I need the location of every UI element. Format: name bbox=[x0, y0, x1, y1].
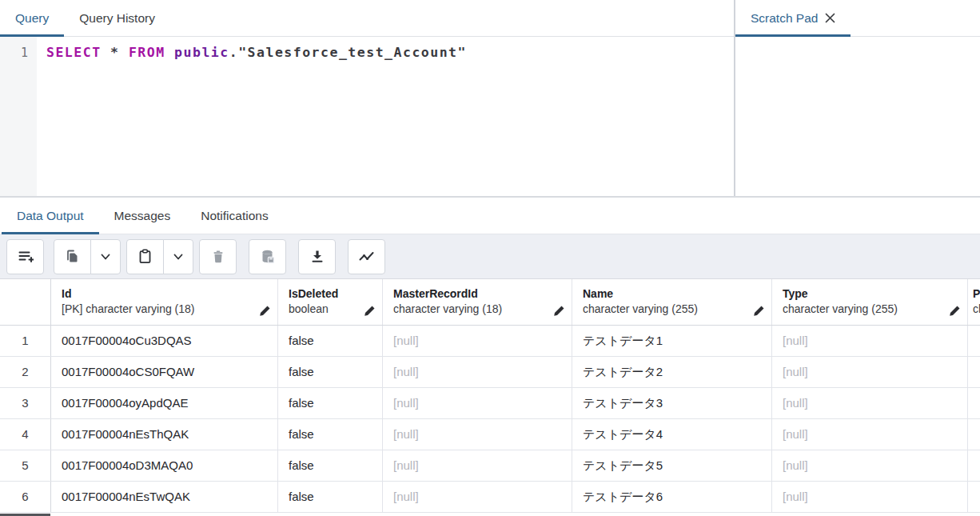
grid-corner-cell[interactable] bbox=[0, 279, 51, 325]
cell-type[interactable]: [null] bbox=[772, 482, 968, 512]
column-header-parentid[interactable]: ParentId character varying (18) bbox=[968, 279, 980, 325]
tab-data-output[interactable]: Data Output bbox=[2, 198, 99, 234]
chevron-down-icon bbox=[100, 251, 111, 262]
close-icon[interactable] bbox=[825, 13, 835, 23]
tab-messages-label: Messages bbox=[114, 209, 171, 223]
table-row: 3 0017F00004oyApdQAE false [null] テストデータ… bbox=[0, 388, 980, 419]
graph-visualiser-button[interactable] bbox=[348, 239, 385, 274]
scratch-pad-tabbar: Scratch Pad bbox=[735, 0, 980, 37]
tab-scratch-pad[interactable]: Scratch Pad bbox=[735, 0, 851, 36]
edit-pencil-icon[interactable] bbox=[553, 295, 565, 317]
cell-name[interactable]: テストデータ1 bbox=[572, 326, 772, 356]
edit-pencil-icon[interactable] bbox=[949, 295, 961, 317]
scratch-pad-textarea[interactable] bbox=[735, 37, 980, 196]
cell-name[interactable]: テストデータ4 bbox=[572, 419, 772, 450]
cell-parentid[interactable] bbox=[968, 326, 980, 356]
column-header-id[interactable]: Id [PK] character varying (18) bbox=[51, 279, 278, 325]
cell-masterrecordid[interactable]: [null] bbox=[383, 326, 572, 356]
chevron-down-icon bbox=[173, 251, 184, 262]
cell-id[interactable]: 0017F00004oD3MAQA0 bbox=[51, 450, 278, 481]
download-results-button[interactable] bbox=[298, 239, 336, 274]
column-header-isdeleted[interactable]: IsDeleted boolean bbox=[278, 279, 383, 325]
row-number-cell[interactable]: 3 bbox=[0, 388, 51, 418]
tab-messages[interactable]: Messages bbox=[99, 198, 186, 234]
cell-masterrecordid[interactable]: [null] bbox=[383, 388, 572, 418]
row-number-cell[interactable]: 5 bbox=[0, 450, 51, 481]
cell-parentid[interactable] bbox=[968, 419, 980, 450]
copy-icon bbox=[65, 249, 80, 264]
paste-options-button[interactable] bbox=[163, 239, 193, 274]
copy-button-group bbox=[54, 239, 121, 274]
cell-id[interactable]: 0017F00004oyApdQAE bbox=[51, 388, 278, 418]
column-header-name[interactable]: Name character varying (255) bbox=[572, 279, 772, 325]
cell-isdeleted[interactable]: false bbox=[278, 357, 383, 387]
cell-name[interactable]: テストデータ3 bbox=[572, 388, 772, 418]
edit-pencil-icon[interactable] bbox=[753, 295, 765, 317]
row-number-cell[interactable]: 6 bbox=[0, 482, 51, 512]
edit-pencil-icon[interactable] bbox=[259, 295, 271, 317]
copy-button[interactable] bbox=[54, 239, 91, 274]
copy-options-button[interactable] bbox=[90, 239, 121, 274]
cell-isdeleted[interactable]: false bbox=[278, 326, 383, 356]
cell-isdeleted[interactable]: false bbox=[278, 450, 383, 481]
query-panel: Query Query History 1 SELECT * FROM publ… bbox=[0, 0, 734, 196]
cell-isdeleted[interactable]: false bbox=[278, 388, 383, 418]
line-number: 1 bbox=[0, 46, 37, 60]
sql-schema: public bbox=[174, 45, 229, 60]
cell-parentid[interactable] bbox=[968, 482, 980, 512]
save-data-changes-button[interactable] bbox=[249, 239, 286, 274]
column-name: Id bbox=[62, 286, 195, 302]
cell-type[interactable]: [null] bbox=[772, 326, 968, 356]
cell-masterrecordid[interactable]: [null] bbox=[383, 357, 572, 387]
column-header-type[interactable]: Type character varying (255) bbox=[772, 279, 968, 325]
cell-isdeleted[interactable]: false bbox=[278, 482, 383, 512]
cell-type[interactable]: [null] bbox=[772, 419, 968, 450]
cell-id[interactable]: 0017F00004oCS0FQAW bbox=[51, 357, 278, 387]
cell-name[interactable]: テストデータ6 bbox=[572, 482, 772, 512]
cell-masterrecordid[interactable]: [null] bbox=[383, 419, 572, 450]
cell-parentid[interactable] bbox=[968, 388, 980, 418]
line-chart-icon bbox=[358, 248, 375, 265]
column-type: character varying (18) bbox=[393, 302, 502, 317]
row-number-cell[interactable]: 2 bbox=[0, 357, 51, 387]
column-type: character varying (255) bbox=[783, 302, 898, 317]
paste-button[interactable] bbox=[126, 239, 164, 274]
database-save-icon bbox=[260, 249, 276, 265]
cell-id[interactable]: 0017F00004nEsThQAK bbox=[51, 419, 278, 450]
tab-notifications-label: Notifications bbox=[201, 209, 268, 223]
query-tabbar: Query Query History bbox=[0, 0, 734, 37]
row-number-cell[interactable]: 1 bbox=[0, 326, 51, 356]
cell-parentid[interactable] bbox=[968, 450, 980, 481]
tab-query-label: Query bbox=[15, 11, 49, 26]
table-row: 1 0017F00004oCu3DQAS false [null] テストデータ… bbox=[0, 326, 980, 357]
cell-type[interactable]: [null] bbox=[772, 388, 968, 418]
tab-notifications[interactable]: Notifications bbox=[185, 198, 283, 234]
cell-masterrecordid[interactable]: [null] bbox=[383, 482, 572, 512]
download-icon bbox=[310, 250, 325, 264]
cell-type[interactable]: [null] bbox=[772, 357, 968, 387]
column-header-masterrecordid[interactable]: MasterRecordId character varying (18) bbox=[383, 279, 572, 325]
tab-scratch-pad-label: Scratch Pad bbox=[751, 11, 818, 26]
tab-query-history[interactable]: Query History bbox=[64, 0, 170, 36]
cell-isdeleted[interactable]: false bbox=[278, 419, 383, 450]
add-row-icon bbox=[18, 249, 34, 265]
tab-query[interactable]: Query bbox=[0, 0, 64, 36]
cell-type[interactable]: [null] bbox=[772, 450, 968, 481]
column-type: character varying (18) bbox=[973, 302, 980, 317]
cell-masterrecordid[interactable]: [null] bbox=[383, 450, 572, 481]
row-number-cell[interactable]: 4 bbox=[0, 419, 51, 450]
edit-pencil-icon[interactable] bbox=[364, 295, 376, 317]
sql-code-line[interactable]: SELECT * FROM public."Salesforce_test_Ac… bbox=[37, 37, 467, 196]
cell-id[interactable]: 0017F00004nEsTwQAK bbox=[51, 482, 278, 512]
grid-body: 1 0017F00004oCu3DQAS false [null] テストデータ… bbox=[0, 326, 980, 513]
cell-id[interactable]: 0017F00004oCu3DQAS bbox=[51, 326, 278, 356]
query-tool-top: Query Query History 1 SELECT * FROM publ… bbox=[0, 0, 980, 198]
grid-header-row: Id [PK] character varying (18) IsDeleted… bbox=[0, 279, 980, 326]
add-row-button[interactable] bbox=[6, 239, 44, 274]
cell-name[interactable]: テストデータ5 bbox=[572, 450, 772, 481]
sql-keyword-select: SELECT bbox=[46, 45, 110, 60]
delete-rows-button[interactable] bbox=[199, 239, 237, 274]
cell-name[interactable]: テストデータ2 bbox=[572, 357, 772, 387]
sql-editor[interactable]: 1 SELECT * FROM public."Salesforce_test_… bbox=[0, 37, 734, 196]
cell-parentid[interactable] bbox=[968, 357, 980, 387]
